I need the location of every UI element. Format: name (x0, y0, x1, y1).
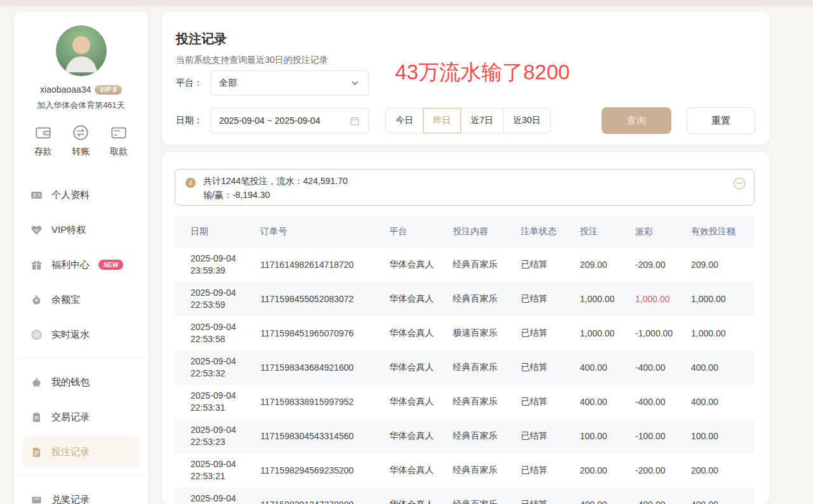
table-header-cell: 有效投注额 (691, 216, 755, 248)
cell-content: 经典百家乐 (453, 282, 521, 316)
cell-date-line: 2025-09-04 (191, 390, 260, 402)
table-header-cell: 日期 (175, 216, 260, 248)
sidebar-item-id-card[interactable]: 个人资料 (22, 179, 140, 211)
cell-valid: 200.00 (691, 453, 755, 487)
sidebar-item-money-bag[interactable]: 余额宝 (22, 284, 140, 315)
collapse-icon[interactable] (734, 178, 745, 189)
cell-content: 经典百家乐 (453, 487, 521, 504)
cell-valid: 1,000.00 (691, 282, 755, 316)
sidebar-item-label: 余额宝 (51, 294, 80, 306)
sidebar-item-vip-gem[interactable]: VIP特权 (22, 214, 140, 246)
cell-payout: -1,000.00 (635, 316, 691, 350)
cell-bet: 400.00 (580, 350, 635, 385)
cell-valid: 209.00 (691, 248, 755, 282)
cell-time-line: 22:53:32 (191, 368, 260, 380)
page-title: 投注记录 (176, 30, 227, 48)
bank-card-icon (110, 124, 128, 142)
cell-bet: 1,000.00 (580, 282, 635, 316)
cell-time-line: 23:59:39 (191, 265, 260, 277)
quick-action-label: 转账 (72, 146, 90, 157)
cell-date: 2025-09-0423:59:39 (175, 248, 260, 282)
cell-date-line: 2025-09-04 (191, 253, 260, 265)
date-filter-button[interactable]: 近30日 (503, 108, 551, 133)
cell-time-line: 22:53:31 (191, 402, 260, 414)
sidebar-item-bet-record[interactable]: 投注记录 (22, 436, 140, 468)
quick-action-transfer[interactable]: 转账 (72, 124, 90, 157)
table-row: 2025-09-0423:59:391171614982614718720华体会… (175, 248, 755, 282)
reset-button[interactable]: 重置 (687, 107, 755, 134)
chevron-down-icon (350, 78, 360, 88)
cell-platform: 华体会真人 (389, 350, 453, 385)
summary-line1: 共计1244笔投注，流水：424,591.70 (203, 174, 729, 188)
cell-date-line: 2025-09-04 (191, 355, 260, 368)
date-filter-button[interactable]: 昨日 (423, 108, 461, 133)
cell-date: 2025-09-0422:53:31 (175, 385, 260, 419)
cell-date: 2025-09-0422:53:23 (175, 419, 260, 453)
date-range-value: 2025-09-04 ~ 2025-09-04 (219, 116, 320, 126)
cell-bet: 209.00 (580, 248, 635, 282)
cell-status: 已结算 (521, 385, 580, 419)
cell-date: 2025-09-0422:53:58 (175, 316, 260, 350)
platform-label: 平台： (176, 77, 203, 89)
table-row: 2025-09-0422:53:231171598304543314560华体会… (175, 419, 755, 453)
date-filter-button[interactable]: 今日 (386, 108, 424, 133)
sidebar-item-prize-record[interactable]: 兑奖记录 (22, 484, 140, 504)
cell-bet: 400.00 (580, 487, 635, 504)
piggy-bank-icon (30, 376, 43, 388)
page: xiaobaoaa34 VIP 8 加入华体会体育第461天 存款转账取款 个人… (0, 0, 813, 504)
cell-date-line: 2025-09-04 (191, 458, 260, 470)
cell-time-line: 22:53:59 (191, 299, 260, 311)
date-filter-button[interactable]: 近7日 (460, 108, 504, 133)
top-strip (0, 0, 813, 6)
quick-action-bank-card[interactable]: 取款 (110, 124, 128, 157)
cell-date-line: 2025-09-04 (191, 424, 260, 436)
sidebar-item-label: 投注记录 (51, 446, 90, 458)
cell-time-line: 22:53:21 (191, 470, 260, 482)
sidebar-item-gift[interactable]: 福利中心NEW (22, 249, 140, 281)
date-range-input[interactable]: 2025-09-04 ~ 2025-09-04 (210, 108, 369, 133)
user-row: xiaobaoaa34 VIP 8 (14, 84, 148, 95)
table-header-row: 日期订单号平台投注内容注单状态投注派彩有效投注额 (175, 216, 755, 248)
bet-records-table: 日期订单号平台投注内容注单状态投注派彩有效投注额 2025-09-0423:59… (175, 216, 755, 504)
vip-gem-icon (30, 224, 43, 236)
cell-content: 极速百家乐 (453, 316, 521, 350)
cell-platform: 华体会真人 (389, 248, 453, 282)
quick-action-wallet[interactable]: 存款 (34, 124, 52, 157)
summary-line2: 输/赢：-8,194.30 (203, 188, 729, 202)
cell-time-line: 22:53:58 (191, 333, 260, 345)
date-quick-filters: 今日昨日近7日近30日 (386, 108, 551, 133)
sidebar-menu-group-3: 兑奖记录 (22, 484, 140, 504)
table-row: 2025-09-0422:53:591171598455052083072华体会… (175, 282, 755, 316)
cell-order: 1171598338915997952 (260, 385, 389, 419)
cell-status: 已结算 (521, 350, 580, 385)
cell-date-line: 2025-09-04 (191, 287, 260, 299)
cell-valid: 1,000.00 (691, 316, 755, 350)
cell-valid: 400.00 (691, 385, 755, 419)
sidebar-menu-group-1: 个人资料VIP特权福利中心NEW余额宝实时返水 (22, 179, 140, 350)
cell-platform: 华体会真人 (389, 419, 453, 453)
table-row: 2025-09-0422:53:321171598343684921600华体会… (175, 350, 755, 385)
cell-payout: -400.00 (635, 487, 691, 504)
platform-selected-value: 全部 (219, 77, 237, 89)
sidebar-item-rebate-coin[interactable]: 实时返水 (22, 319, 140, 350)
platform-select[interactable]: 全部 (210, 70, 369, 96)
clipboard-icon (30, 411, 43, 423)
cell-content: 经典百家乐 (453, 350, 521, 385)
cell-date: 2025-09-0422:53:19 (175, 487, 260, 504)
sidebar-item-clipboard[interactable]: 交易记录 (22, 401, 140, 433)
bet-record-icon (30, 446, 43, 458)
sidebar-item-label: VIP特权 (51, 224, 86, 236)
cell-date: 2025-09-0422:53:21 (175, 453, 260, 487)
cell-payout: -400.00 (635, 385, 691, 419)
id-card-icon (30, 189, 43, 201)
sidebar-menu-group-2: 我的钱包交易记录投注记录 (22, 366, 140, 468)
search-button[interactable]: 查询 (601, 107, 671, 134)
page-subtitle: 当前系统支持查询最近30日的投注记录 (176, 55, 328, 66)
quick-actions: 存款转账取款 (24, 124, 138, 157)
date-label: 日期： (176, 115, 203, 126)
gift-icon (30, 259, 43, 271)
sidebar-item-piggy-bank[interactable]: 我的钱包 (22, 366, 140, 398)
cell-content: 经典百家乐 (453, 419, 521, 453)
cell-platform: 华体会真人 (389, 453, 453, 487)
table-row: 2025-09-0422:53:311171598338915997952华体会… (175, 385, 755, 419)
